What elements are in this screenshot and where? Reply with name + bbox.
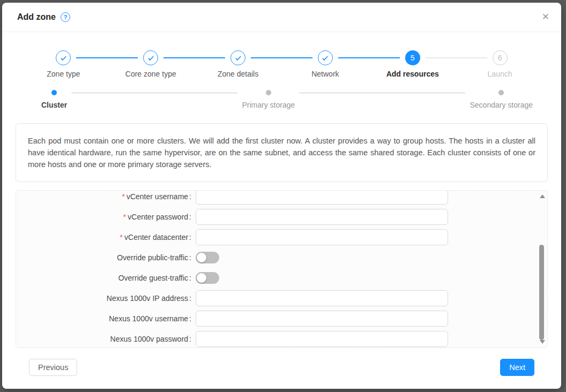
cluster-info-card: Each pod must contain one or more cluste… xyxy=(16,123,548,182)
close-icon[interactable]: ✕ xyxy=(542,12,549,21)
form-row-override-public-traffic: Override public-traffic: xyxy=(16,250,547,266)
step-label: Zone details xyxy=(195,70,282,78)
field-label: Override public-traffic: xyxy=(16,253,191,262)
field-label: *vCenter username: xyxy=(16,192,191,201)
form-row-vcenter-username: *vCenter username: xyxy=(16,190,547,205)
step-check-circle xyxy=(318,50,333,65)
field-label: *vCenter datacenter: xyxy=(16,233,191,242)
step-zone-details: Zone details xyxy=(195,50,282,78)
substep-connector xyxy=(71,92,237,94)
field-label: Override guest-traffic: xyxy=(16,274,191,282)
step-label: Core zone type xyxy=(107,70,195,78)
nexus-password-input[interactable] xyxy=(196,331,448,347)
form-row-vcenter-password: *vCenter password: xyxy=(16,209,547,225)
vcenter-username-input[interactable] xyxy=(196,190,448,205)
next-button[interactable]: Next xyxy=(500,359,534,376)
scrollbar-down-arrow-icon[interactable] xyxy=(540,340,545,344)
check-icon xyxy=(234,54,242,62)
step-label: Network xyxy=(281,70,369,78)
resource-substeps: Cluster Primary storage Secondary storag… xyxy=(16,90,548,109)
step-label: Zone type xyxy=(20,70,107,78)
cluster-form-scroll-area: *vCenter username: *vCenter password: xyxy=(16,190,548,348)
form-row-nexus-password: Nexus 1000v password: xyxy=(16,331,547,347)
required-mark: * xyxy=(120,233,123,242)
wizard-footer: Previous Next xyxy=(16,348,548,376)
form-scrollbar xyxy=(538,192,546,346)
cluster-info-text: Each pod must contain one or more cluste… xyxy=(28,137,535,169)
form-row-nexus-ip: Nexus 1000v IP address: xyxy=(16,290,547,306)
cluster-form: *vCenter username: *vCenter password: xyxy=(16,190,547,347)
substep-secondary-storage: Secondary storage xyxy=(470,90,533,109)
step-check-circle xyxy=(56,50,71,65)
modal-header: Add zone ? ✕ xyxy=(2,3,561,32)
override-guest-traffic-toggle[interactable] xyxy=(196,272,219,284)
field-label: Nexus 1000v username: xyxy=(16,314,191,323)
check-icon xyxy=(321,54,329,62)
form-row-vcenter-datacenter: *vCenter datacenter: xyxy=(16,229,547,245)
step-label: Launch xyxy=(456,70,543,78)
substep-primary-storage: Primary storage xyxy=(242,90,295,109)
step-zone-type: Zone type xyxy=(20,50,107,78)
step-check-circle xyxy=(230,50,245,65)
toggle-knob xyxy=(197,253,206,262)
add-zone-modal: Add zone ? ✕ Zone type Core zone type xyxy=(2,3,561,389)
required-mark: * xyxy=(122,192,124,201)
step-check-circle xyxy=(143,50,158,65)
check-icon xyxy=(147,54,155,62)
step-add-resources: 5 Add resources xyxy=(369,50,456,78)
scrollbar-thumb[interactable] xyxy=(539,245,544,340)
wizard-steps: Zone type Core zone type Zone details Ne… xyxy=(20,50,543,78)
step-number-circle: 5 xyxy=(405,50,420,65)
required-mark: * xyxy=(123,213,126,221)
substep-connector xyxy=(299,92,465,94)
substep-label: Cluster xyxy=(41,101,67,109)
substep-label: Secondary storage xyxy=(470,101,533,109)
substep-dot xyxy=(51,90,57,95)
step-label: Add resources xyxy=(369,70,456,78)
override-public-traffic-toggle[interactable] xyxy=(196,252,219,263)
form-row-nexus-username: Nexus 1000v username: xyxy=(16,311,547,327)
field-label: *vCenter password: xyxy=(16,213,191,221)
substep-cluster: Cluster xyxy=(41,90,67,109)
substep-dot xyxy=(266,90,271,95)
step-launch: 6 Launch xyxy=(456,50,543,78)
toggle-knob xyxy=(197,273,206,283)
check-icon xyxy=(59,54,68,62)
step-network: Network xyxy=(281,50,369,78)
scrollbar-up-arrow-icon[interactable] xyxy=(540,194,545,198)
page-title: Add zone xyxy=(17,12,56,22)
previous-button[interactable]: Previous xyxy=(29,359,77,376)
substep-dot xyxy=(498,90,504,95)
vcenter-password-input[interactable] xyxy=(196,209,448,225)
substep-label: Primary storage xyxy=(242,101,295,109)
modal-body: Zone type Core zone type Zone details Ne… xyxy=(2,50,561,376)
form-row-override-guest-traffic: Override guest-traffic: xyxy=(16,270,547,286)
step-core-zone-type: Core zone type xyxy=(107,50,195,78)
field-label: Nexus 1000v IP address: xyxy=(16,294,191,303)
nexus-username-input[interactable] xyxy=(196,311,448,327)
nexus-ip-address-input[interactable] xyxy=(196,290,448,306)
step-number-circle: 6 xyxy=(493,50,508,65)
help-question-circle-icon[interactable]: ? xyxy=(61,12,70,22)
vcenter-datacenter-input[interactable] xyxy=(196,229,448,245)
field-label: Nexus 1000v password: xyxy=(16,335,191,343)
